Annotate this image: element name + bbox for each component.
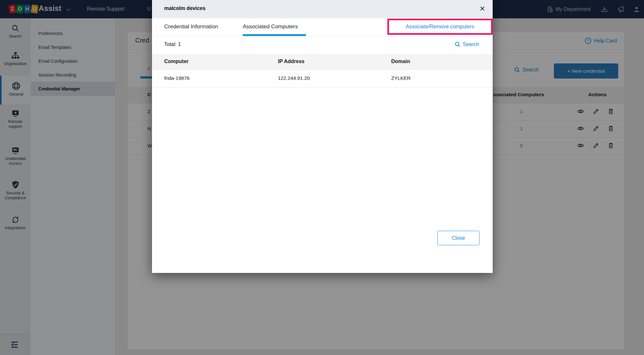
modal-search-label: Search [463,42,479,47]
modal-tab-bar: Credential Information Associated Comput… [152,18,493,37]
computer-table-row[interactable]: frida-19876 122.244.91.20 ZYLKER [152,70,493,88]
domain-cell: ZYLKER [391,75,411,81]
modal-header: malcolm devices × [152,0,493,18]
computers-table-header: Computer IP Address Domain [152,54,493,70]
ip-address-cell: 122.244.91.20 [278,75,310,81]
modal-search-link[interactable]: Search [455,42,479,47]
tab-associated-computers[interactable]: Associated Computers [243,23,298,30]
column-header-computer: Computer [164,59,189,64]
modal-title: malcolm devices [164,5,205,11]
close-button[interactable]: Close [437,231,479,245]
close-icon[interactable]: × [480,3,485,14]
credential-details-modal: malcolm devices × Credential Information… [152,0,493,273]
computer-name-cell: frida-19876 [164,75,189,81]
tab-credential-information[interactable]: Credential Information [164,23,218,30]
column-header-domain: Domain [391,59,410,64]
search-icon [455,42,460,47]
associate-remove-computers-link[interactable]: Associate/Remove computers [406,24,474,30]
associate-remove-highlight-box: Associate/Remove computers [387,19,493,35]
modal-toolbar: Total: 1 Search [152,37,493,54]
app-root: Z O H O Assist Remote Support U My Depar… [0,0,644,355]
column-header-ip-address: IP Address [278,59,305,64]
total-count-label: Total: 1 [164,42,181,47]
active-tab-underline [243,34,306,36]
